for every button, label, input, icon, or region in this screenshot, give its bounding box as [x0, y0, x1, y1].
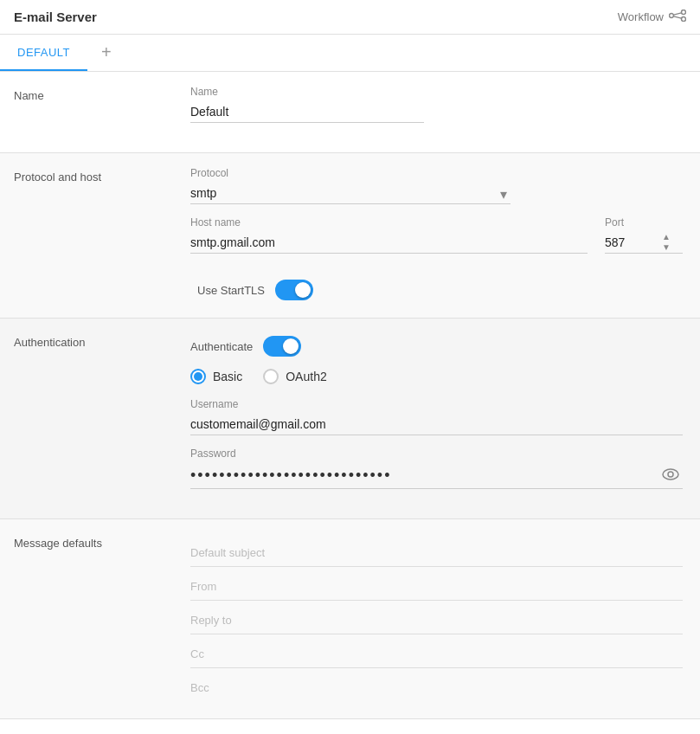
svg-point-6: [668, 472, 673, 477]
starttls-label: Use StartTLS: [197, 284, 265, 297]
port-label: Port: [605, 216, 683, 229]
auth-type-radio-group: Basic OAuth2: [190, 369, 683, 384]
workflow-icon: [669, 10, 686, 25]
authenticate-label: Authenticate: [190, 340, 253, 353]
auth-section-label: Authentication: [0, 319, 190, 518]
bcc-field: [190, 668, 683, 701]
tabs-bar: DEFAULT +: [0, 35, 700, 72]
port-input[interactable]: [605, 232, 657, 253]
host-label: Host name: [190, 216, 588, 229]
port-field-group: Port ▲ ▼: [605, 216, 683, 254]
reply-to-input[interactable]: [190, 614, 683, 627]
password-label: Password: [190, 447, 683, 460]
svg-point-5: [663, 469, 678, 480]
username-label: Username: [190, 398, 683, 410]
tab-default[interactable]: DEFAULT: [0, 35, 87, 71]
svg-point-0: [670, 13, 674, 17]
port-down-button[interactable]: ▼: [660, 242, 672, 253]
protocol-select-wrap: smtp imap pop3 ▾: [190, 183, 511, 204]
oauth2-radio[interactable]: [263, 369, 279, 384]
default-subject-input[interactable]: [190, 546, 683, 559]
message-section-content: [190, 519, 700, 718]
password-wrap: [190, 463, 683, 489]
name-section-content: Name: [190, 72, 700, 152]
oauth2-label: OAuth2: [286, 370, 326, 383]
message-section: Message defaults: [0, 519, 700, 719]
authenticate-slider: [263, 336, 301, 357]
auth-section-content: Authenticate Basic OAuth2 Username Passw…: [190, 319, 700, 518]
protocol-section-label: Protocol and host: [0, 153, 190, 318]
name-section-label: Name: [0, 72, 190, 152]
port-input-wrap: ▲ ▼: [605, 232, 683, 254]
bcc-input[interactable]: [190, 681, 683, 694]
protocol-field-group: Protocol smtp imap pop3 ▾: [190, 167, 683, 204]
svg-point-2: [682, 16, 686, 21]
auth-section: Authentication Authenticate Basic OAuth2…: [0, 319, 700, 519]
basic-radio[interactable]: [190, 369, 206, 384]
port-up-button[interactable]: ▲: [660, 232, 672, 242]
name-field-group: Name: [190, 86, 683, 123]
protocol-section-content: Protocol smtp imap pop3 ▾ Host name Port: [190, 153, 700, 318]
default-subject-field: [190, 533, 683, 567]
password-field-group: Password: [190, 447, 683, 489]
basic-label: Basic: [213, 370, 242, 383]
password-input[interactable]: [190, 463, 658, 488]
port-spinners: ▲ ▼: [660, 232, 672, 253]
show-password-icon[interactable]: [658, 463, 683, 488]
workflow-label: Workflow: [618, 10, 664, 23]
starttls-row: Use StartTLS: [190, 280, 683, 300]
reply-to-field: [190, 601, 683, 634]
message-section-label: Message defaults: [0, 519, 190, 718]
cc-field: [190, 634, 683, 668]
name-field-label: Name: [190, 86, 683, 98]
username-field-group: Username: [190, 398, 683, 435]
svg-line-4: [674, 16, 682, 17]
tab-add[interactable]: +: [87, 35, 125, 71]
from-input[interactable]: [190, 580, 683, 593]
host-field-group: Host name: [190, 216, 588, 254]
protocol-section: Protocol and host Protocol smtp imap pop…: [0, 153, 700, 319]
app-title: E-mail Server: [14, 10, 97, 24]
workflow-button[interactable]: Workflow: [618, 10, 686, 25]
oauth2-radio-item[interactable]: OAuth2: [263, 369, 326, 384]
name-section: Name Name: [0, 72, 700, 153]
svg-point-1: [682, 10, 686, 14]
starttls-toggle[interactable]: [275, 280, 313, 300]
host-port-row: Host name Port ▲ ▼: [190, 216, 683, 266]
basic-radio-item[interactable]: Basic: [190, 369, 242, 384]
protocol-select[interactable]: smtp imap pop3: [190, 183, 511, 204]
authenticate-toggle[interactable]: [263, 336, 301, 357]
protocol-label: Protocol: [190, 167, 683, 179]
app-header: E-mail Server Workflow: [0, 0, 700, 35]
authenticate-row: Authenticate: [190, 336, 683, 357]
name-input[interactable]: [190, 101, 424, 123]
starttls-slider: [275, 280, 313, 300]
host-input[interactable]: [190, 232, 588, 254]
cc-input[interactable]: [190, 647, 683, 660]
svg-line-3: [674, 12, 682, 14]
username-input[interactable]: [190, 414, 683, 435]
from-field: [190, 567, 683, 601]
